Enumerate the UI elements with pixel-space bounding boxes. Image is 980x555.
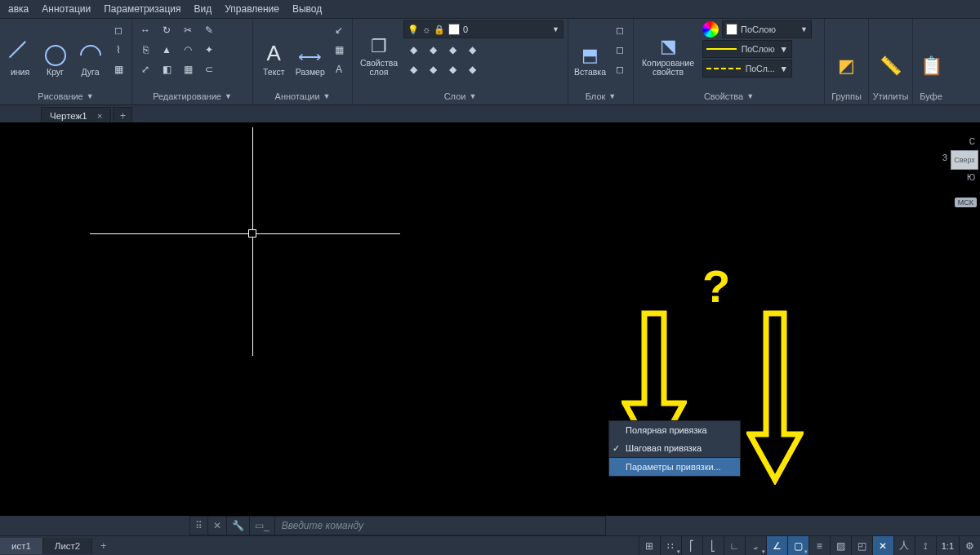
sheet-tab[interactable]: Лист2 [43,538,92,554]
workspace-switch[interactable]: ⚙ [959,536,980,556]
erase-button[interactable]: ✎ [199,20,219,40]
layer-tool[interactable]: ◆ [462,60,482,79]
arc-icon [75,41,105,71]
scale-button[interactable]: ◧ [157,60,176,79]
close-tab-button[interactable]: × [97,111,103,121]
text-button[interactable]: АТекст [256,20,292,79]
dyn-ucs-toggle[interactable]: 人 [893,536,915,556]
cmd-close-icon[interactable]: ✕ [208,517,227,535]
selection-cycling-toggle[interactable]: ◰ [851,536,872,556]
menu-item[interactable]: Аннотации [42,3,91,15]
arc-button[interactable]: Дуга [74,20,107,79]
lineweight-selector[interactable]: ПоСлою▼ [702,40,792,58]
ucs-badge[interactable]: МСК [955,198,977,207]
viewcube-north: С [969,137,975,146]
sheet-tab[interactable]: ист1 [0,538,43,554]
status-bar: ист1 Лист2 + ⊞ ∷ ⎡ ⎣ ∟ ⦟ ∠ ▢ ≡ ▨ ◰ ✕ 人 ⟟… [0,535,980,555]
linetype-selector[interactable]: ПоСл...▼ [702,60,792,78]
layer-props-button[interactable]: ❐Свойства слоя [356,20,402,79]
group-button[interactable]: ◩ [828,20,864,79]
panel-title: Свойства [704,91,743,101]
ortho-toggle[interactable]: ∟ [724,536,745,556]
add-sheet-button[interactable]: + [92,537,114,555]
cmd-handle-icon[interactable]: ⠿ [190,517,208,535]
crosshair-pickbox [248,229,256,238]
command-input[interactable]: Введите команду [275,520,363,531]
layer-tool[interactable]: ◆ [423,40,443,60]
command-line[interactable]: ⠿ ✕ 🔧 ▭_ Введите команду [189,516,606,535]
trim-button[interactable]: ✂ [178,20,198,40]
spline-button[interactable]: ⌇ [109,40,128,60]
fillet-button[interactable]: ◠ [178,40,198,60]
crosshair-horizontal [90,233,400,234]
layer-tool[interactable]: ◆ [443,40,462,60]
lineweight-toggle[interactable]: ≡ [808,536,830,556]
annotation-scale[interactable]: 1:1 [936,536,959,556]
block-tool[interactable]: ◻ [610,20,630,40]
polar-toggle[interactable]: ⦟ [745,536,766,556]
move-button[interactable]: ↔ [136,20,155,40]
infer-toggle[interactable]: ⎡ [681,536,702,556]
array-button[interactable]: ▦ [178,60,198,79]
block-tool[interactable]: ◻ [610,60,630,79]
leader-button[interactable]: ↙ [329,20,349,40]
layer-tool[interactable]: ◆ [462,40,482,60]
stretch-button[interactable]: ⤢ [136,60,155,79]
rotate-button[interactable]: ↻ [157,20,176,40]
layer-tool[interactable]: ◆ [403,60,423,79]
menu-item[interactable]: Управление [225,3,279,15]
block-tool[interactable]: ◻ [610,40,630,60]
grid-snap-item[interactable]: ✓Шаговая привязка [609,439,740,457]
lock-icon: 🔒 [434,24,445,35]
line-button[interactable]: иния [3,20,37,79]
copy-button[interactable]: ⎘ [136,40,155,60]
menu-item[interactable]: Вид [194,3,212,15]
3dosnap-toggle[interactable]: ✕ [872,536,893,556]
menu-item[interactable]: Вывод [292,3,322,15]
hatch-button[interactable]: ▦ [109,60,128,79]
table-button[interactable]: ▦ [329,40,349,60]
cmd-customize-icon[interactable]: 🔧 [227,517,250,535]
clipboard-button[interactable]: 📋 [916,20,946,79]
polyline-button[interactable]: ◻ [109,20,128,40]
layer-tool[interactable]: ◆ [403,40,423,60]
circle-button[interactable]: Круг [38,20,72,79]
ruler-icon: 📏 [880,56,902,77]
annotation-question: ? [702,260,730,313]
color-selector[interactable]: ПоСлою▼ [722,20,812,38]
layer-selector[interactable]: 💡☼🔒0▼ [403,20,564,38]
menu-item[interactable]: авка [8,3,29,15]
panel-title: Блок [586,91,606,101]
otrack-toggle[interactable]: ▢ [787,536,808,556]
polar-snap-item[interactable]: Полярная привязка [609,421,740,439]
snap-toggle[interactable]: ∷ [660,536,681,556]
viewcube-top[interactable]: Сверх [951,150,978,170]
grid-toggle[interactable]: ⊞ [639,536,660,556]
explode-button[interactable]: ✦ [199,40,219,60]
dynamic-input-toggle[interactable]: ⎣ [702,536,724,556]
layer-tool[interactable]: ◆ [443,60,462,79]
view-cube[interactable]: С З Сверх Ю [936,135,980,193]
insert-block-button[interactable]: ⬒Вставка [572,20,608,79]
selection-filter-toggle[interactable]: ⟟ [915,536,936,556]
drawing-tab[interactable]: Чертеж1× [41,107,111,124]
snap-settings-item[interactable]: Параметры привязки... [609,458,740,476]
lightbulb-icon: 💡 [408,24,419,35]
menu-bar: авка Аннотации Параметризация Вид Управл… [0,0,980,19]
dimension-button[interactable]: ⟷Размер [293,20,328,79]
transparency-toggle[interactable]: ▨ [830,536,851,556]
panel-title: Группы [828,90,865,104]
osnap-toggle[interactable]: ∠ [766,536,787,556]
viewcube-south: Ю [967,173,975,182]
mtext-button[interactable]: A [329,60,349,79]
sun-icon: ☼ [422,24,430,34]
mirror-button[interactable]: ▲ [157,40,176,60]
menu-item[interactable]: Параметризация [104,3,180,15]
color-wheel-icon[interactable] [702,21,719,38]
offset-button[interactable]: ⊂ [199,60,219,79]
match-props-button[interactable]: ⬔Копирование свойств [637,20,699,79]
panel-title: Слои [444,91,466,101]
drawing-canvas[interactable]: С З Сверх Ю МСК ? Полярная привязка ✓Шаг… [0,122,980,516]
layer-tool[interactable]: ◆ [423,60,443,79]
utilities-button[interactable]: 📏 [872,20,908,79]
